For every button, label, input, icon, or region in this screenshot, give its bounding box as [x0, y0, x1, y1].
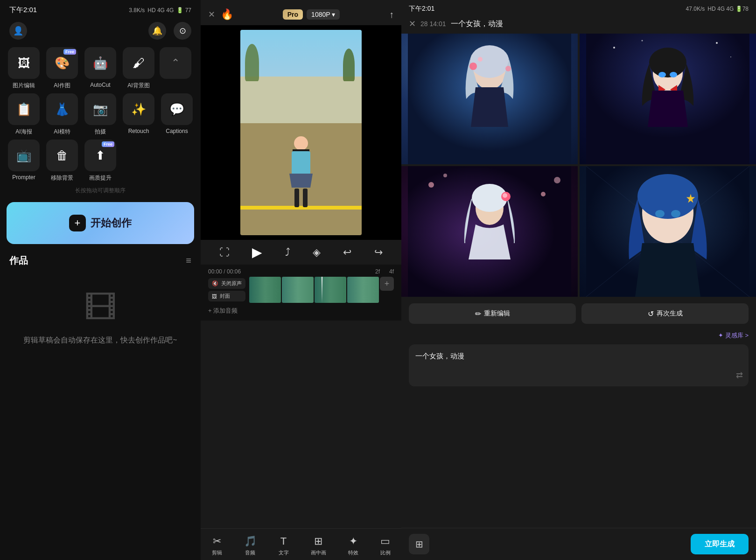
ai-model-label: AI模特: [54, 128, 70, 136]
pip-icon: ⊞: [314, 535, 322, 547]
marker-2f: 2f: [375, 268, 380, 275]
cover-label[interactable]: 🖼 封面: [208, 291, 245, 301]
tool-enhance[interactable]: ⬆ Free 画质提升: [83, 140, 118, 182]
add-audio-btn[interactable]: + 添加音频: [201, 303, 401, 319]
btool-text[interactable]: T 文字: [279, 535, 289, 556]
tool-captions[interactable]: 💬 Captions: [160, 93, 194, 136]
timeline-track: 🔇 关闭原声 🖼 封面 +: [201, 277, 401, 303]
tool-remove-bg[interactable]: 🗑 移除背景: [45, 140, 79, 182]
svg-point-19: [554, 177, 560, 183]
cut-icon: ✂: [213, 535, 221, 547]
timeline-clips[interactable]: +: [249, 277, 394, 303]
clip-1: [249, 277, 281, 303]
tool-autocut[interactable]: 🤖 AutoCut: [83, 47, 118, 90]
settings-icon[interactable]: ⊙: [174, 22, 191, 40]
ai-draw-icon: 🎨: [55, 56, 70, 70]
mute-label[interactable]: 🔇 关闭原声: [208, 278, 245, 289]
image-edit-icon: 🖼: [18, 56, 30, 70]
session-time: 28 14:01: [420, 20, 446, 28]
close-button[interactable]: ✕: [208, 9, 215, 20]
tool-ai-poster[interactable]: 📋 AI海报: [7, 93, 41, 136]
prompter-icon: 📺: [16, 148, 31, 163]
figure: [278, 136, 324, 207]
works-header: 作品 ≡: [0, 249, 201, 271]
redo-icon[interactable]: ↪: [374, 246, 383, 259]
tool-photo[interactable]: 📷 拍摄: [83, 93, 118, 136]
ai-image-2[interactable]: [580, 34, 756, 164]
left-network: 3.8K/s: [129, 7, 145, 14]
right-close-button[interactable]: ✕: [409, 19, 416, 29]
works-more-icon[interactable]: ≡: [186, 255, 191, 266]
right-status-bar: 下午2:01 47.0K/s HD 4G 4G 🔋78: [401, 0, 756, 16]
prompter-label: Prompter: [12, 174, 35, 181]
svg-point-5: [478, 57, 483, 62]
create-button[interactable]: + 开始创作: [7, 202, 194, 244]
ai-image-1[interactable]: [401, 34, 578, 164]
undo-icon[interactable]: ↩: [343, 246, 351, 259]
re-edit-button[interactable]: ✏ 重新编辑: [409, 303, 576, 324]
btool-audio[interactable]: 🎵 音频: [244, 535, 257, 556]
captions-label: Captions: [166, 128, 188, 134]
right-speed: 47.0K/s: [686, 6, 705, 12]
user-avatar[interactable]: 👤: [9, 22, 27, 40]
action-buttons: ✏ 重新编辑 ↺ 再次生成: [401, 299, 756, 329]
svg-point-18: [541, 192, 546, 196]
filter-icon[interactable]: ◈: [313, 246, 321, 259]
autocut-label: AutoCut: [90, 82, 110, 88]
upload-icon[interactable]: ↑: [389, 9, 394, 20]
tool-ai-model[interactable]: 👗 AI模特: [45, 93, 79, 136]
ai-image-3[interactable]: [401, 166, 578, 297]
current-time: 00:00 / 00:06: [208, 268, 241, 275]
video-preview: [201, 25, 401, 240]
btool-cut[interactable]: ✂ 剪辑: [212, 535, 222, 556]
btool-effects[interactable]: ✦ 特效: [348, 535, 358, 556]
ratio-icon: ▭: [380, 535, 390, 547]
svg-point-9: [716, 42, 718, 44]
bottom-generate-bar: ⊞ 立即生成: [401, 528, 756, 560]
captions-icon: 💬: [169, 102, 184, 117]
ai-images-grid: [401, 34, 756, 299]
tool-retouch[interactable]: ✨ Retouch: [121, 93, 156, 136]
collapse-btn[interactable]: ⌃: [160, 47, 191, 79]
ai-image-4[interactable]: [580, 166, 756, 297]
playback-controls: ⛶ ▶ ⤴ ◈ ↩ ↪: [201, 240, 401, 265]
tool-ai-bg[interactable]: 🖌 AI背景图: [121, 47, 156, 90]
autocut-icon: 🤖: [93, 56, 108, 70]
shuffle-icon[interactable]: ⇄: [736, 369, 743, 382]
ai-model-icon: 👗: [55, 102, 70, 117]
export-icon[interactable]: ⤴: [285, 246, 290, 259]
prompt-area[interactable]: 一个女孩，动漫 ⇄: [409, 344, 749, 386]
notification-icon[interactable]: 🔔: [148, 22, 166, 40]
svg-point-31: [671, 210, 680, 217]
left-status-bar: 下午2:01 3.8K/s HD 4G 4G 🔋 77: [0, 0, 201, 18]
btool-ratio[interactable]: ▭ 比例: [380, 535, 391, 556]
svg-point-3: [469, 63, 477, 70]
clip-2: [282, 277, 314, 303]
generate-button[interactable]: 立即生成: [691, 534, 749, 554]
ai-bg-icon: 🖌: [133, 56, 145, 70]
tool-image-edit[interactable]: 🖼 图片编辑: [7, 47, 41, 90]
resolution-badge[interactable]: 1080P ▾: [307, 9, 340, 20]
btool-pip[interactable]: ⊞ 画中画: [311, 535, 326, 556]
play-button[interactable]: ▶: [252, 245, 262, 260]
fullscreen-icon[interactable]: ⛶: [219, 246, 230, 259]
tool-prompter[interactable]: 📺 Prompter: [7, 140, 41, 182]
inspiration-label: ✦ 灵感库 >: [718, 331, 749, 340]
tool-ai-draw[interactable]: 🎨 Free AI作图: [45, 47, 79, 90]
empty-works: 🎞 剪辑草稿会自动保存在这里，快去创作作品吧~: [0, 271, 201, 356]
filter-settings-button[interactable]: ⊞: [409, 534, 429, 554]
ai-bg-label: AI背景图: [127, 82, 149, 90]
left-header: 👤 🔔 ⊙: [0, 18, 201, 47]
remove-bg-icon: 🗑: [56, 148, 68, 163]
clip-3: [315, 277, 346, 303]
svg-point-13: [658, 72, 666, 77]
inspiration-bar[interactable]: ✦ 灵感库 >: [401, 329, 756, 342]
svg-point-10: [730, 56, 731, 57]
regenerate-button[interactable]: ↺ 再次生成: [581, 303, 749, 324]
image-edit-label: 图片编辑: [13, 82, 35, 90]
add-clip-button[interactable]: +: [380, 277, 394, 291]
right-header-title: 一个女孩，动漫: [451, 19, 503, 29]
film-icon: 🎞: [84, 289, 117, 327]
plus-icon: +: [69, 215, 86, 231]
track-labels: 🔇 关闭原声 🖼 封面: [208, 278, 245, 301]
